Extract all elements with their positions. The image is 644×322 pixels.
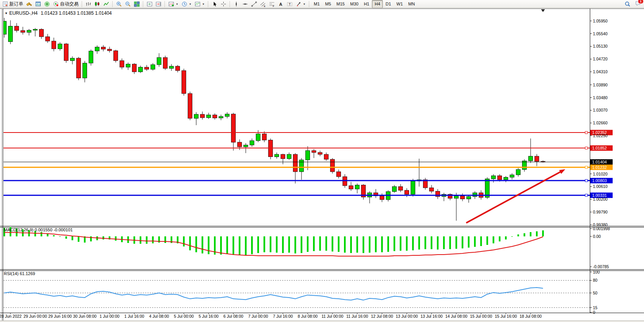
macd-histogram bbox=[3, 227, 544, 255]
cursor-button[interactable] bbox=[210, 0, 219, 8]
channel-icon: E bbox=[260, 1, 266, 7]
timeframe-m5-label: M5 bbox=[325, 0, 331, 8]
notification-badge: 1 bbox=[638, 0, 644, 4]
toolbar: 新订单自动交易▼▼▼EFAT▼M1M5M15M30H1H4D1W1MN1 bbox=[0, 0, 644, 8]
svg-text:80: 80 bbox=[593, 278, 598, 282]
toolbar-right: 1 bbox=[623, 0, 644, 8]
trendline-tool[interactable] bbox=[250, 0, 259, 8]
zoom-out-button[interactable] bbox=[123, 0, 132, 8]
svg-text:15 Jul 00:00: 15 Jul 00:00 bbox=[470, 314, 492, 319]
timeframe-mn-label: MN bbox=[408, 0, 415, 8]
chart-canvas[interactable]: 1.023521.018521.014041.012321.008031.003… bbox=[0, 0, 644, 322]
charts-window-button[interactable] bbox=[34, 0, 43, 8]
signal-button[interactable] bbox=[43, 0, 51, 8]
chevron-down-icon: ▼ bbox=[5, 12, 8, 15]
timeframe-w1[interactable]: W1 bbox=[394, 0, 406, 8]
timeframe-m30[interactable]: M30 bbox=[348, 0, 361, 8]
fibonacci-tool[interactable]: F bbox=[267, 0, 276, 8]
timeframe-h4[interactable]: H4 bbox=[372, 0, 383, 8]
svg-text:29 Jun 16:00: 29 Jun 16:00 bbox=[48, 314, 72, 319]
svg-text:1.01020: 1.01020 bbox=[593, 172, 608, 176]
svg-text:5 Jul 00:00: 5 Jul 00:00 bbox=[174, 314, 194, 319]
chat-button[interactable]: 1 bbox=[635, 0, 641, 8]
timeframe-h1[interactable]: H1 bbox=[361, 0, 372, 8]
timeframe-m30-label: M30 bbox=[350, 0, 358, 8]
equidistant-channel-tool[interactable]: E bbox=[259, 0, 267, 8]
chart-shift-button[interactable] bbox=[154, 0, 163, 8]
timeframe-m15[interactable]: M15 bbox=[334, 0, 347, 8]
svg-text:18 Jul 08:00: 18 Jul 08:00 bbox=[519, 314, 541, 319]
label-tool[interactable]: T bbox=[285, 0, 294, 8]
fibo-icon: F bbox=[269, 1, 275, 7]
timeframe-m5[interactable]: M5 bbox=[322, 0, 334, 8]
line-chart-button[interactable] bbox=[102, 0, 111, 8]
panel-splitter-rsi[interactable] bbox=[0, 270, 644, 271]
label-icon: T bbox=[287, 1, 293, 7]
bars-icon bbox=[86, 1, 91, 7]
time-axis[interactable]: 28 Jun 202229 Jun 00:0029 Jun 16:0030 Ju… bbox=[0, 313, 542, 319]
timeframe-d1[interactable]: D1 bbox=[383, 0, 394, 8]
svg-text:A: A bbox=[279, 2, 282, 6]
timeframe-mn[interactable]: MN bbox=[406, 0, 418, 8]
toolbar-separator bbox=[164, 1, 165, 7]
search-button[interactable] bbox=[623, 0, 632, 8]
svg-text:1.05540: 1.05540 bbox=[593, 31, 608, 36]
svg-text:1.02660: 1.02660 bbox=[593, 121, 608, 125]
zoom-in-button[interactable] bbox=[115, 0, 123, 8]
svg-text:13 Jul 16:00: 13 Jul 16:00 bbox=[420, 314, 442, 319]
hline-icon bbox=[242, 1, 248, 7]
svg-text:1.05130: 1.05130 bbox=[593, 44, 608, 48]
timeframe-h1-label: H1 bbox=[364, 0, 369, 8]
svg-text:1.01852: 1.01852 bbox=[592, 146, 607, 150]
bar-chart-button[interactable] bbox=[84, 0, 93, 8]
clock-icon bbox=[182, 1, 187, 7]
macd-axis[interactable]: 0.0019980.00-0.00785 bbox=[590, 226, 610, 269]
svg-text:15: 15 bbox=[593, 305, 598, 310]
svg-text:30 Jun 08:00: 30 Jun 08:00 bbox=[73, 314, 97, 319]
symbol-quote: 1.01423 1.01453 1.01385 1.01404 bbox=[41, 10, 112, 16]
metaeditor-button[interactable] bbox=[25, 0, 34, 8]
tile-windows-button[interactable] bbox=[132, 0, 141, 8]
svg-text:1.04720: 1.04720 bbox=[593, 57, 608, 61]
svg-text:1.03480: 1.03480 bbox=[593, 95, 608, 100]
svg-text:1.01232: 1.01232 bbox=[592, 165, 607, 170]
toolbar-separator bbox=[309, 1, 310, 7]
svg-text:T: T bbox=[289, 2, 291, 6]
trend-icon bbox=[251, 1, 257, 7]
panel-splitter-macd[interactable] bbox=[0, 226, 644, 227]
indicator-icon bbox=[168, 1, 174, 7]
toolbar-separator bbox=[143, 1, 144, 7]
new-order-icon bbox=[2, 1, 8, 7]
dropdown-caret-icon: ▼ bbox=[189, 3, 192, 5]
svg-text:1.04310: 1.04310 bbox=[593, 69, 608, 74]
indicators-button[interactable]: ▼ bbox=[167, 0, 180, 8]
chart-plot-area[interactable] bbox=[3, 9, 590, 226]
horizontal-line-tool[interactable] bbox=[241, 0, 250, 8]
svg-text:1.03070: 1.03070 bbox=[593, 108, 608, 112]
vertical-line-tool[interactable] bbox=[232, 0, 241, 8]
symbol-name: EURUSD-,H4 bbox=[9, 10, 38, 16]
arrows-tool[interactable]: ▼ bbox=[294, 0, 307, 8]
periods-button[interactable]: ▼ bbox=[180, 0, 193, 8]
symbol-title[interactable]: ▼EURUSD-,H41.01423 1.01453 1.01385 1.014… bbox=[5, 10, 112, 16]
candle-chart-button[interactable] bbox=[93, 0, 102, 8]
svg-text:8 Jul 08:00: 8 Jul 08:00 bbox=[298, 314, 318, 319]
timeframe-m1[interactable]: M1 bbox=[311, 0, 322, 8]
auto-trading-button[interactable]: 自动交易 bbox=[51, 0, 80, 8]
crosshair-button[interactable] bbox=[219, 0, 228, 8]
auto-scroll-button[interactable] bbox=[145, 0, 154, 8]
signal-icon bbox=[44, 1, 50, 7]
vline-icon bbox=[233, 1, 239, 7]
new-order-button[interactable]: 新订单 bbox=[1, 0, 25, 8]
templates-button[interactable]: ▼ bbox=[193, 0, 206, 8]
template-icon bbox=[195, 1, 200, 7]
crosshair-icon bbox=[221, 1, 226, 7]
rsi-axis[interactable]: 1008050150 bbox=[590, 270, 600, 315]
text-tool[interactable]: A bbox=[276, 0, 285, 8]
toolbar-separator bbox=[208, 1, 209, 7]
toolbar-separator bbox=[112, 1, 113, 7]
app-window: 新订单自动交易▼▼▼EFAT▼M1M5M15M30H1H4D1W1MN1 1.0… bbox=[0, 0, 644, 322]
svg-text:0.001998: 0.001998 bbox=[593, 226, 610, 231]
auto-trading-button-label: 自动交易 bbox=[60, 0, 79, 8]
tile-icon bbox=[134, 1, 140, 7]
